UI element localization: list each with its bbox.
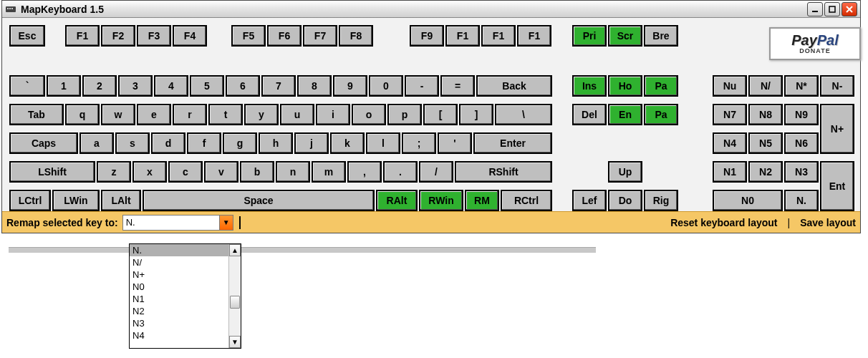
- key-f12[interactable]: F1: [517, 25, 551, 47]
- key-z[interactable]: z: [97, 161, 131, 183]
- key-f1[interactable]: F1: [65, 25, 100, 47]
- key-rctrl[interactable]: RCtrl: [501, 190, 552, 211]
- key-k6[interactable]: 6: [226, 75, 260, 97]
- key-f7[interactable]: F7: [303, 25, 337, 47]
- key-ho[interactable]: Ho: [608, 75, 642, 97]
- titlebar[interactable]: MapKeyboard 1.5: [2, 1, 860, 18]
- key-f9[interactable]: F9: [410, 25, 444, 47]
- key-nplus[interactable]: N+: [820, 104, 854, 154]
- key-f[interactable]: f: [187, 132, 221, 154]
- key-pa[interactable]: Pa: [644, 75, 678, 97]
- key-d[interactable]: d: [151, 132, 185, 154]
- key-rm[interactable]: RM: [465, 190, 499, 211]
- key-k3[interactable]: 3: [118, 75, 153, 97]
- key-i[interactable]: i: [316, 104, 350, 125]
- key-k[interactable]: k: [330, 132, 365, 154]
- key-minus[interactable]: -: [405, 75, 439, 97]
- key-k7[interactable]: 7: [261, 75, 296, 97]
- key-k2[interactable]: 2: [82, 75, 117, 97]
- minimize-button[interactable]: [807, 2, 823, 16]
- key-f4[interactable]: F4: [173, 25, 207, 47]
- key-t[interactable]: t: [208, 104, 243, 125]
- key-j[interactable]: j: [294, 132, 329, 154]
- key-lef[interactable]: Lef: [572, 190, 607, 211]
- key-lwin[interactable]: LWin: [52, 190, 100, 211]
- key-nslash[interactable]: N/: [748, 75, 783, 97]
- key-dot[interactable]: .: [383, 161, 418, 183]
- key-f10[interactable]: F1: [445, 25, 480, 47]
- key-n1[interactable]: N1: [713, 161, 747, 183]
- key-del[interactable]: Del: [572, 104, 607, 125]
- key-k8[interactable]: 8: [297, 75, 332, 97]
- key-g[interactable]: g: [223, 132, 257, 154]
- key-equal[interactable]: =: [440, 75, 475, 97]
- key-ndot[interactable]: N.: [784, 190, 819, 211]
- key-m[interactable]: m: [312, 161, 346, 183]
- reset-layout-link[interactable]: Reset keyboard layout: [670, 217, 777, 228]
- remap-combobox-dropdown-button[interactable]: ▼: [219, 215, 233, 231]
- paypal-donate-button[interactable]: PayPal DONATE: [769, 27, 861, 60]
- key-h[interactable]: h: [259, 132, 293, 154]
- key-pri[interactable]: Pri: [572, 25, 607, 47]
- key-nstar[interactable]: N*: [784, 75, 819, 97]
- key-n6[interactable]: N6: [784, 132, 819, 154]
- key-k5[interactable]: 5: [190, 75, 224, 97]
- key-esc[interactable]: Esc: [9, 25, 45, 47]
- key-r[interactable]: r: [173, 104, 207, 125]
- key-n5[interactable]: N5: [748, 132, 783, 154]
- key-q[interactable]: q: [65, 104, 100, 125]
- maximize-button[interactable]: [824, 2, 840, 16]
- key-bslash[interactable]: \: [495, 104, 552, 125]
- key-k4[interactable]: 4: [154, 75, 188, 97]
- remap-combobox-value[interactable]: N.: [122, 215, 219, 231]
- key-lctrl[interactable]: LCtrl: [9, 190, 51, 211]
- key-f3[interactable]: F3: [137, 25, 171, 47]
- key-nminus[interactable]: N-: [820, 75, 854, 97]
- key-n[interactable]: n: [276, 161, 310, 183]
- key-lbrk[interactable]: [: [423, 104, 458, 125]
- key-a[interactable]: a: [79, 132, 114, 154]
- key-semi[interactable]: ;: [402, 132, 436, 154]
- key-x[interactable]: x: [132, 161, 167, 183]
- key-e[interactable]: e: [137, 104, 171, 125]
- key-pa2[interactable]: Pa: [644, 104, 678, 125]
- key-p[interactable]: p: [387, 104, 422, 125]
- key-apos[interactable]: ': [438, 132, 472, 154]
- key-do[interactable]: Do: [608, 190, 642, 211]
- close-button[interactable]: [842, 2, 857, 16]
- key-n0[interactable]: N0: [713, 190, 783, 211]
- key-k0[interactable]: 0: [369, 75, 403, 97]
- key-lalt[interactable]: LAlt: [101, 190, 141, 211]
- key-f8[interactable]: F8: [339, 25, 373, 47]
- key-ins[interactable]: Ins: [572, 75, 607, 97]
- key-enter[interactable]: Enter: [473, 132, 552, 154]
- key-l[interactable]: l: [366, 132, 400, 154]
- key-up[interactable]: Up: [608, 161, 642, 183]
- key-u[interactable]: u: [280, 104, 314, 125]
- key-bre[interactable]: Bre: [644, 25, 678, 47]
- key-rbrk[interactable]: ]: [459, 104, 493, 125]
- key-f2[interactable]: F2: [101, 25, 135, 47]
- key-rig[interactable]: Rig: [644, 190, 678, 211]
- key-caps[interactable]: Caps: [9, 132, 78, 154]
- key-ralt[interactable]: RAlt: [376, 190, 418, 211]
- key-comma[interactable]: ,: [347, 161, 382, 183]
- key-n7[interactable]: N7: [713, 104, 747, 125]
- key-y[interactable]: y: [244, 104, 279, 125]
- save-layout-link[interactable]: Save layout: [800, 217, 856, 228]
- key-o[interactable]: o: [352, 104, 386, 125]
- key-space[interactable]: Space: [143, 190, 375, 211]
- key-f5[interactable]: F5: [231, 25, 266, 47]
- key-k9[interactable]: 9: [333, 75, 367, 97]
- key-nu[interactable]: Nu: [713, 75, 747, 97]
- key-n4[interactable]: N4: [713, 132, 747, 154]
- key-lshift[interactable]: LShift: [9, 161, 95, 183]
- key-tick[interactable]: `: [9, 75, 45, 97]
- key-s[interactable]: s: [115, 132, 150, 154]
- key-f6[interactable]: F6: [267, 25, 302, 47]
- key-tab[interactable]: Tab: [9, 104, 64, 125]
- key-slash[interactable]: /: [419, 161, 453, 183]
- key-c[interactable]: c: [168, 161, 203, 183]
- key-n2[interactable]: N2: [748, 161, 783, 183]
- key-n9[interactable]: N9: [784, 104, 819, 125]
